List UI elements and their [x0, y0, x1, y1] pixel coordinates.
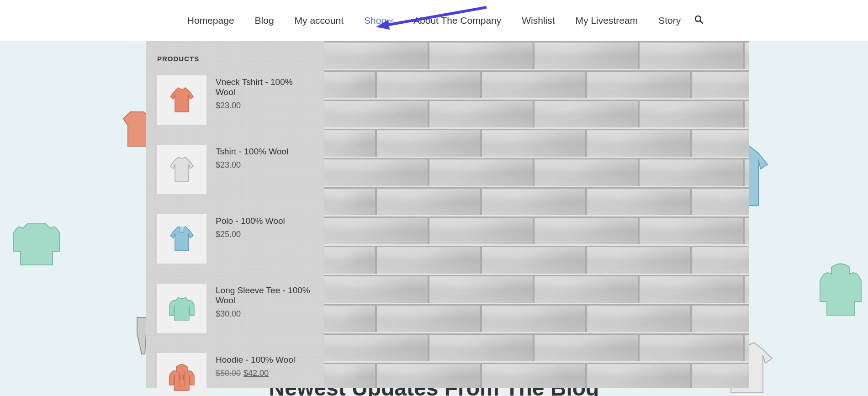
shop-mega-menu: PRODUCTS Vneck Tshirt - 100% Wool $23.00… — [146, 41, 749, 388]
hoodie-illustration — [818, 260, 863, 320]
nav-about-company[interactable]: About The Company — [413, 15, 501, 26]
product-name: Polo - 100% Wool — [216, 216, 285, 226]
product-item[interactable]: Vneck Tshirt - 100% Wool $23.00 — [157, 75, 313, 125]
product-item[interactable]: Long Sleeve Tee - 100% Wool $30.00 — [157, 284, 313, 333]
nav-story[interactable]: Story — [658, 15, 681, 26]
chevron-down-icon — [388, 17, 393, 22]
product-item[interactable]: Tshirt - 100% Wool $23.00 — [157, 145, 313, 194]
products-heading: PRODUCTS — [157, 55, 313, 63]
product-item[interactable]: Polo - 100% Wool $25.00 — [157, 214, 313, 264]
original-price: $50.00 — [216, 369, 241, 378]
product-name: Long Sleeve Tee - 100% Wool — [216, 285, 313, 306]
sweater-illustration — [9, 215, 64, 269]
product-thumb — [157, 284, 206, 333]
svg-line-1 — [700, 21, 703, 23]
sale-price: $42.00 — [243, 369, 269, 378]
product-item[interactable]: Hoodie - 100% Wool $50.00$42.00 — [157, 353, 313, 396]
product-thumb — [157, 145, 206, 194]
product-price: $23.00 — [216, 160, 288, 170]
main-header: Homepage Blog My account Shop About The … — [0, 0, 868, 41]
product-name: Hoodie - 100% Wool — [216, 355, 295, 365]
brick-pattern — [324, 41, 749, 388]
main-nav: Homepage Blog My account Shop About The … — [169, 15, 699, 26]
product-price: $50.00$42.00 — [216, 369, 295, 378]
product-info: Long Sleeve Tee - 100% Wool $30.00 — [216, 284, 313, 333]
content-area: PRODUCTS Vneck Tshirt - 100% Wool $23.00… — [0, 41, 868, 396]
search-icon — [694, 15, 704, 24]
product-info: Hoodie - 100% Wool $50.00$42.00 — [216, 353, 295, 396]
product-name: Vneck Tshirt - 100% Wool — [216, 77, 313, 97]
nav-shop-label: Shop — [364, 15, 386, 26]
product-info: Tshirt - 100% Wool $23.00 — [216, 145, 288, 194]
product-price: $25.00 — [216, 230, 285, 239]
product-info: Vneck Tshirt - 100% Wool $23.00 — [216, 75, 313, 125]
nav-homepage[interactable]: Homepage — [187, 15, 234, 26]
search-button[interactable] — [694, 15, 704, 26]
product-name: Tshirt - 100% Wool — [216, 147, 288, 157]
nav-my-livestream[interactable]: My Livestream — [576, 15, 638, 26]
product-thumb — [157, 353, 206, 396]
products-sidebar: PRODUCTS Vneck Tshirt - 100% Wool $23.00… — [146, 41, 324, 388]
nav-wishlist[interactable]: Wishlist — [522, 15, 555, 26]
nav-my-account[interactable]: My account — [295, 15, 344, 26]
product-price: $23.00 — [216, 101, 313, 111]
nav-shop[interactable]: Shop — [364, 15, 393, 26]
brick-background-panel — [324, 41, 749, 388]
product-thumb — [157, 214, 206, 264]
product-thumb — [157, 75, 206, 125]
product-info: Polo - 100% Wool $25.00 — [216, 214, 285, 264]
product-price: $30.00 — [216, 309, 313, 319]
nav-blog[interactable]: Blog — [255, 15, 274, 26]
